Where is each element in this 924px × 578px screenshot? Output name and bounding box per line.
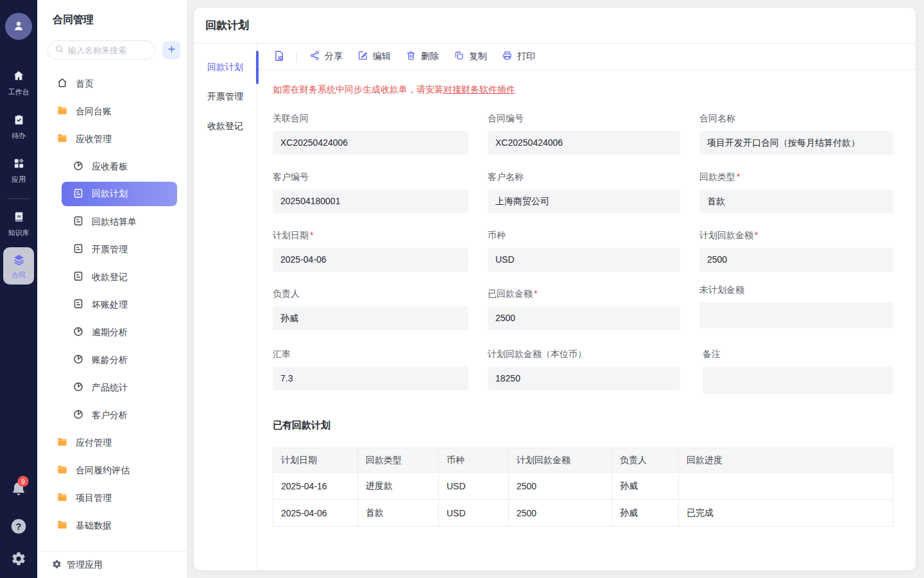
help-button[interactable]: ? bbox=[10, 518, 28, 538]
field-value: 孙威 bbox=[273, 306, 468, 330]
copy-label: 复制 bbox=[469, 51, 487, 62]
field-owner: 负责人 孙威 bbox=[273, 288, 468, 332]
document-icon bbox=[73, 215, 84, 229]
preview-button[interactable] bbox=[273, 49, 286, 64]
field-planned-amount-base: 计划回款金额（本位币） 18250 bbox=[488, 349, 680, 394]
table-row[interactable]: 2025-04-16 进度款 USD 2500 孙威 bbox=[273, 473, 893, 500]
tab-payment-plan[interactable]: 回款计划 bbox=[194, 53, 257, 82]
home-icon bbox=[12, 69, 25, 85]
field-label: 计划回款金额（本位币） bbox=[488, 349, 586, 359]
cell-planned-amount: 2500 bbox=[509, 500, 612, 527]
rail-divider bbox=[8, 198, 30, 199]
cell-currency: USD bbox=[439, 473, 509, 500]
sidebar-item-receivable-mgmt[interactable]: 应收管理 bbox=[37, 125, 187, 153]
pie-chart-icon bbox=[73, 408, 84, 422]
sidebar-item-label: 合同履约评估 bbox=[76, 465, 130, 477]
settings-button[interactable] bbox=[11, 551, 26, 569]
col-header-owner: 负责人 bbox=[612, 448, 679, 473]
sidebar-item-home[interactable]: 首页 bbox=[37, 70, 187, 98]
sidebar: 合同管理 首页 合同台账 应收管理 应收看板 回款计划 bbox=[37, 0, 187, 578]
sidebar-item-label: 项目管理 bbox=[76, 493, 112, 504]
field-value: 202504180001 bbox=[273, 189, 468, 213]
field-received-amount: 已回款金额* 2500 bbox=[488, 288, 680, 332]
sidebar-item-customer-analysis[interactable]: 客户分析 bbox=[37, 401, 187, 429]
sidebar-item-payment-plan[interactable]: 回款计划 bbox=[62, 182, 177, 206]
sidebar-item-receivable-board[interactable]: 应收看板 bbox=[37, 153, 187, 180]
rail-item-label: 应用 bbox=[12, 175, 26, 183]
table-header-row: 计划日期 回款类型 币种 计划回款金额 负责人 回款进度 bbox=[273, 448, 893, 473]
field-value: 上海商贸公司 bbox=[488, 189, 680, 213]
field-label: 回款类型 bbox=[699, 171, 735, 182]
sidebar-item-contract-evaluation[interactable]: 合同履约评估 bbox=[37, 457, 187, 484]
sidebar-item-payable-mgmt[interactable]: 应付管理 bbox=[37, 429, 187, 457]
field-related-contract: 关联合同 XC20250424006 bbox=[273, 113, 468, 155]
delete-button[interactable]: 删除 bbox=[406, 50, 439, 63]
sidebar-item-payment-settlement[interactable]: 回款结算单 bbox=[37, 208, 187, 236]
sidebar-item-overdue-analysis[interactable]: 逾期分析 bbox=[37, 319, 187, 346]
manage-apps-button[interactable]: 管理应用 bbox=[37, 551, 187, 578]
field-value: 7.3 bbox=[273, 367, 468, 390]
field-label: 计划日期 bbox=[273, 230, 309, 240]
field-remark: 备注 bbox=[699, 349, 893, 394]
field-exchange-rate: 汇率 7.3 bbox=[273, 349, 468, 394]
field-unplanned-amount: 未计划金额 bbox=[699, 285, 893, 328]
sidebar-item-aging-analysis[interactable]: 账龄分析 bbox=[37, 346, 187, 374]
notifications-button[interactable]: 9 bbox=[10, 480, 28, 500]
pie-chart-icon bbox=[73, 326, 84, 339]
existing-plans-title: 已有回款计划 bbox=[273, 419, 894, 432]
document-icon bbox=[73, 298, 84, 311]
search-input[interactable] bbox=[68, 46, 148, 55]
rail-item-apps[interactable]: 应用 bbox=[12, 157, 26, 183]
field-value: XC20250424006 bbox=[488, 131, 680, 155]
field-value: 2500 bbox=[699, 248, 893, 272]
rail-item-contract[interactable]: 合同 bbox=[3, 247, 34, 285]
field-planned-amount: 计划回款金额* 2500 bbox=[699, 230, 893, 272]
field-contract-name: 合同名称 项目开发开口合同（按每月结算付款） bbox=[699, 113, 893, 155]
field-currency: 币种 USD bbox=[488, 230, 680, 272]
rail-item-workbench[interactable]: 工作台 bbox=[8, 69, 30, 96]
edit-button[interactable]: 编辑 bbox=[357, 50, 391, 63]
required-mark: * bbox=[737, 171, 740, 182]
trash-icon bbox=[406, 50, 416, 63]
sidebar-item-bad-debt[interactable]: 坏账处理 bbox=[37, 291, 187, 319]
field-value bbox=[703, 367, 893, 394]
search-box[interactable] bbox=[47, 40, 155, 60]
col-header-planned-amount: 计划回款金额 bbox=[509, 448, 612, 473]
folder-icon bbox=[56, 132, 68, 146]
field-value: 首款 bbox=[699, 189, 893, 213]
field-label: 客户名称 bbox=[488, 171, 524, 182]
field-label: 币种 bbox=[488, 230, 506, 240]
field-value: XC20250424006 bbox=[273, 131, 468, 155]
sidebar-item-base-data[interactable]: 基础数据 bbox=[37, 512, 187, 539]
print-button[interactable]: 打印 bbox=[502, 50, 535, 63]
document-icon bbox=[73, 243, 84, 256]
avatar[interactable] bbox=[5, 13, 32, 40]
rail-item-todo[interactable]: 待办 bbox=[12, 114, 26, 139]
sidebar-item-label: 应付管理 bbox=[76, 437, 112, 449]
sidebar-item-label: 应收看板 bbox=[92, 161, 128, 173]
field-label: 已回款金额 bbox=[488, 288, 533, 299]
sidebar-item-product-stats[interactable]: 产品统计 bbox=[37, 374, 187, 401]
rail-item-label: 待办 bbox=[12, 132, 26, 139]
share-button[interactable]: 分享 bbox=[309, 50, 343, 63]
sidebar-item-label: 回款计划 bbox=[92, 188, 128, 200]
sidebar-item-receipt-register[interactable]: 收款登记 bbox=[37, 263, 187, 291]
cell-progress: 已完成 bbox=[679, 500, 893, 527]
add-button[interactable] bbox=[162, 41, 180, 59]
rail-item-knowledge[interactable]: AI 知识库 bbox=[8, 211, 30, 236]
copy-icon bbox=[454, 50, 465, 63]
plugin-link[interactable]: 对接财务软件插件 bbox=[443, 84, 515, 94]
sidebar-item-invoice-mgmt[interactable]: 开票管理 bbox=[37, 236, 187, 263]
field-customer-name: 客户名称 上海商贸公司 bbox=[488, 171, 680, 213]
field-value: 18250 bbox=[488, 367, 680, 390]
sidebar-item-project-mgmt[interactable]: 项目管理 bbox=[37, 484, 187, 512]
user-icon bbox=[12, 19, 26, 35]
gear-icon bbox=[52, 559, 62, 571]
table-row[interactable]: 2025-04-06 首款 USD 2500 孙威 已完成 bbox=[273, 500, 893, 527]
edit-label: 编辑 bbox=[373, 51, 391, 62]
tab-receipt-register[interactable]: 收款登记 bbox=[194, 112, 257, 141]
sidebar-item-contract-ledger[interactable]: 合同台账 bbox=[37, 98, 187, 125]
copy-button[interactable]: 复制 bbox=[454, 50, 487, 63]
tab-invoice-mgmt[interactable]: 开票管理 bbox=[194, 82, 257, 112]
search-icon bbox=[55, 44, 64, 57]
